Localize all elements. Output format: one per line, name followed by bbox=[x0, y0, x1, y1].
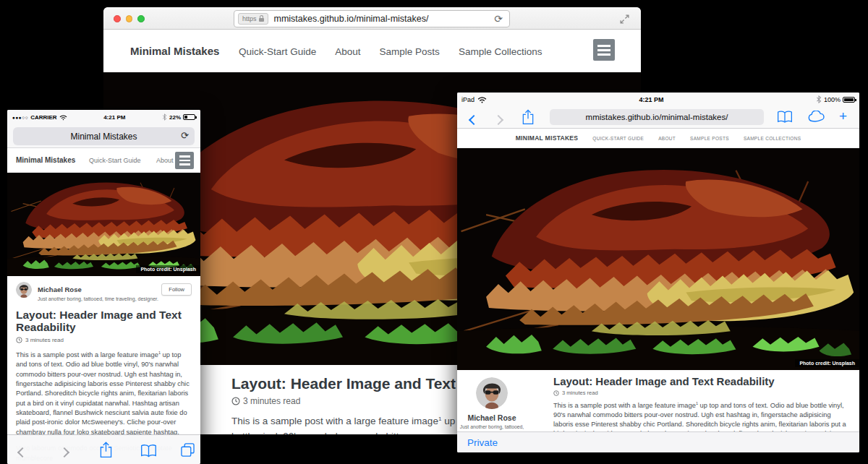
follow-button[interactable]: Follow bbox=[161, 283, 192, 296]
nav-link-quick-start-guide[interactable]: Quick-Start Guide bbox=[89, 157, 141, 164]
composite-background: https mmistakes.github.io/minimal-mistak… bbox=[0, 0, 868, 464]
share-icon[interactable] bbox=[522, 109, 534, 128]
site-brand-link[interactable]: Minimal Mistakes bbox=[130, 45, 219, 57]
nav-link-sample-collections[interactable]: SAMPLE COLLECTIONS bbox=[744, 136, 801, 141]
site-brand-link[interactable]: MINIMAL MISTAKES bbox=[516, 134, 579, 142]
back-button[interactable] bbox=[19, 446, 26, 459]
author-row: Michael Rose Just another boring, tattoo… bbox=[16, 282, 192, 301]
article-paragraph: This is a sample post with a large featu… bbox=[553, 401, 850, 431]
ipad-safari-window: iPad 4:21 PM 100% mmistakes.github.io/mi… bbox=[457, 93, 859, 452]
nav-link-about[interactable]: About bbox=[335, 46, 360, 57]
close-window-button[interactable] bbox=[114, 15, 121, 22]
photo-credit-label: Photo credit: Unsplash bbox=[136, 265, 200, 273]
clock-time: 4:21 PM bbox=[67, 114, 162, 121]
wifi-icon bbox=[59, 114, 67, 121]
nav-link-sample-collections[interactable]: Sample Collections bbox=[459, 46, 542, 57]
window-controls bbox=[114, 15, 145, 22]
url-text[interactable]: mmistakes.github.io/minimal-mistakes/ bbox=[274, 14, 488, 24]
nav-link-sample-posts[interactable]: SAMPLE POSTS bbox=[690, 136, 729, 141]
share-icon[interactable] bbox=[100, 442, 112, 461]
author-name: Michael Rose bbox=[38, 285, 82, 293]
desktop-browser-chrome: https mmistakes.github.io/minimal-mistak… bbox=[103, 7, 641, 30]
paragraph-text: This is a sample post with a large featu… bbox=[553, 402, 696, 409]
nav-link-about[interactable]: ABOUT bbox=[658, 136, 676, 141]
read-time-label: 3 minutes read bbox=[25, 337, 64, 343]
ipad-status-bar: iPad 4:21 PM 100% bbox=[457, 93, 859, 106]
author-name: Michael Rose bbox=[459, 413, 524, 422]
tabs-icon[interactable] bbox=[181, 443, 195, 460]
url-text[interactable]: mmistakes.github.io/minimal-mistakes/ bbox=[586, 113, 728, 121]
article-paragraph: This is a sample post with a large featu… bbox=[16, 350, 192, 437]
article-title: Layout: Header Image and Text Readabilit… bbox=[553, 375, 850, 387]
carrier-label: CARRIER bbox=[30, 114, 56, 121]
iphone-status-bar: ●●●○○ CARRIER 4:21 PM 22% bbox=[7, 110, 200, 124]
photo-credit-label: Photo credit: Unsplash bbox=[795, 359, 859, 367]
page-title[interactable]: Minimal Mistakes bbox=[70, 132, 137, 142]
lock-icon bbox=[259, 18, 264, 22]
device-label: iPad bbox=[461, 96, 475, 103]
wifi-icon bbox=[477, 96, 487, 103]
menu-hamburger-button[interactable] bbox=[593, 39, 615, 61]
battery-percent: 100% bbox=[824, 96, 841, 103]
private-button[interactable]: Private bbox=[467, 437, 498, 448]
private-browsing-bar: Private bbox=[457, 431, 859, 452]
bookmarks-icon[interactable] bbox=[777, 110, 793, 126]
feature-header-image: Photo credit: Unsplash bbox=[7, 173, 200, 276]
signal-strength-icon: ●●●○○ bbox=[12, 115, 28, 120]
new-tab-icon[interactable]: + bbox=[839, 108, 847, 124]
paragraph-text: This is a sample post with a large featu… bbox=[231, 416, 438, 426]
iphone-site-navbar: Minimal Mistakes Quick-Start Guide About bbox=[7, 148, 200, 173]
bookmarks-icon[interactable] bbox=[140, 444, 157, 460]
minimize-window-button[interactable] bbox=[126, 15, 133, 22]
author-bio: Just another boring, tattooed, time trav… bbox=[38, 296, 158, 301]
ipad-article: Michael Rose Just another boring, tattoo… bbox=[457, 370, 859, 431]
https-badge: https bbox=[238, 13, 268, 25]
forward-button[interactable] bbox=[61, 446, 68, 459]
feature-header-image: Photo credit: Unsplash bbox=[457, 148, 859, 370]
read-time-label: 3 minutes read bbox=[243, 396, 300, 406]
battery-percent: 22% bbox=[169, 114, 181, 121]
ipad-browser-toolbar: mmistakes.github.io/minimal-mistakes/ + bbox=[457, 106, 859, 129]
clock-icon bbox=[553, 390, 559, 396]
address-bar[interactable]: Minimal Mistakes ⟳ bbox=[13, 127, 195, 145]
avatar bbox=[16, 282, 32, 298]
read-time: 3 minutes read bbox=[553, 390, 850, 396]
paragraph-text: up top and tons of text. Odio ad blue bo… bbox=[16, 351, 190, 436]
iphone-safari-window: ●●●○○ CARRIER 4:21 PM 22% Minimal Mistak… bbox=[7, 110, 200, 464]
article-title: Layout: Header Image and Text Readabilit… bbox=[16, 309, 192, 334]
address-bar[interactable]: https mmistakes.github.io/minimal-mistak… bbox=[234, 10, 510, 27]
bluetooth-icon bbox=[162, 113, 167, 121]
icloud-tabs-icon[interactable] bbox=[806, 111, 825, 126]
clock-icon bbox=[231, 397, 240, 405]
https-label: https bbox=[242, 15, 257, 22]
read-time: 3 minutes read bbox=[16, 337, 192, 343]
iphone-url-row: Minimal Mistakes ⟳ bbox=[7, 124, 200, 148]
reload-icon[interactable]: ⟳ bbox=[488, 13, 509, 25]
author-bio: Just another boring, tattooed, bbox=[459, 424, 524, 429]
iphone-bottom-toolbar bbox=[7, 434, 200, 464]
clock-time: 4:21 PM bbox=[487, 96, 816, 103]
nav-link-about[interactable]: About bbox=[156, 157, 174, 164]
nav-link-quick-start-guide[interactable]: QUICK-START GUIDE bbox=[592, 136, 644, 141]
read-time-label: 3 minutes read bbox=[562, 390, 598, 396]
site-brand-link[interactable]: Minimal Mistakes bbox=[16, 156, 75, 164]
forward-button[interactable] bbox=[495, 113, 502, 126]
ipad-site-navbar: MINIMAL MISTAKES QUICK-START GUIDE ABOUT… bbox=[457, 129, 859, 148]
ipad-status-left: iPad bbox=[461, 96, 487, 103]
clock-icon bbox=[16, 337, 22, 343]
nav-link-quick-start-guide[interactable]: Quick-Start Guide bbox=[239, 46, 316, 57]
paragraph-text: This is a sample post with a large featu… bbox=[16, 351, 158, 358]
reload-icon[interactable]: ⟳ bbox=[181, 130, 189, 141]
fullscreen-icon[interactable] bbox=[620, 14, 629, 27]
battery-icon bbox=[183, 114, 195, 120]
desktop-nav-links: Quick-Start Guide About Sample Posts Sam… bbox=[239, 46, 542, 57]
zoom-window-button[interactable] bbox=[137, 15, 145, 22]
battery-icon bbox=[843, 97, 855, 103]
nav-link-sample-posts[interactable]: Sample Posts bbox=[380, 46, 440, 57]
back-button[interactable] bbox=[470, 113, 477, 126]
bluetooth-icon bbox=[816, 95, 822, 103]
avatar bbox=[476, 377, 508, 409]
menu-hamburger-button[interactable] bbox=[175, 152, 194, 169]
address-bar[interactable]: mmistakes.github.io/minimal-mistakes/ bbox=[550, 109, 764, 125]
desktop-site-navbar: Minimal Mistakes Quick-Start Guide About… bbox=[103, 30, 641, 72]
